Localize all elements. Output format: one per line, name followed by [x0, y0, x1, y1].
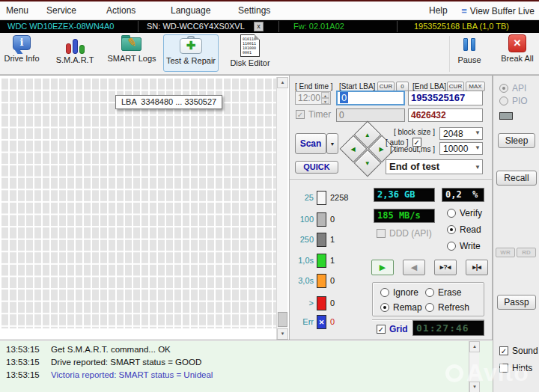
defect-action-group: Ignore Erase Remap Refresh — [372, 282, 484, 316]
view-buffer-live-label: View Buffer Live — [470, 6, 535, 16]
break-all-label: Break All — [497, 54, 538, 63]
victoria-app-window: Menu Service Actions Language Settings H… — [0, 0, 539, 392]
close-drive-button[interactable]: x — [254, 22, 264, 31]
back-icon: ◀ — [411, 263, 417, 272]
api-radio[interactable]: API — [499, 83, 526, 94]
smart-button[interactable]: S.M.A.R.T — [52, 34, 97, 72]
seek-question-button[interactable]: ▸?◂ — [434, 260, 457, 275]
menu-item-settings[interactable]: Settings — [238, 5, 270, 16]
smart-logs-button[interactable]: ✎ SMART Logs — [105, 34, 159, 72]
ddd-api-checkbox[interactable]: DDD (API) — [377, 228, 432, 239]
recall-button[interactable]: Recall — [496, 171, 537, 186]
log-vertical-scrollbar[interactable]: ▲ ▼ — [469, 341, 479, 392]
disk-editor-button[interactable]: 010110 110011 101000 0001 Disk Editor — [226, 34, 274, 72]
speed-display: 185 MB/s — [374, 209, 435, 223]
timeout-combo[interactable]: 10000▼ — [439, 142, 483, 155]
elapsed-time-display: 01:27:46 — [412, 320, 484, 336]
log-message: Get S.M.A.R.T. command... OK — [51, 345, 171, 354]
menu-item-actions[interactable]: Actions — [106, 5, 135, 16]
timer-checkbox[interactable]: ✓ Timer — [296, 109, 331, 120]
grid-label: Grid — [389, 324, 408, 334]
radio-icon — [499, 97, 508, 105]
refresh-label: Refresh — [438, 302, 469, 313]
test-repair-button[interactable]: ✚ Test & Repair — [163, 34, 219, 72]
action-radio-ignore[interactable]: Ignore — [380, 287, 418, 298]
scan-button[interactable]: Scan — [295, 133, 326, 154]
left-arrow-icon: ◀ — [351, 146, 356, 153]
play-forward-button[interactable]: ▶ — [371, 260, 394, 275]
mode-radio-read[interactable]: Read — [447, 224, 481, 235]
menu-item-menu[interactable]: Menu — [6, 5, 28, 16]
log-time: 13:53:15 — [6, 370, 40, 379]
drive-firmware: Fw: 02.01A02 — [293, 22, 344, 31]
verify-label: Verify — [460, 208, 482, 218]
log-time: 13:53:15 — [6, 358, 40, 367]
break-all-button[interactable]: ✕ Break All — [497, 34, 538, 72]
legend-row-100ms: 1000 — [291, 212, 372, 227]
log-pane: 13:53:15 Get S.M.A.R.T. command... OK 13… — [0, 340, 493, 392]
scroll-down-arrow-icon[interactable]: ▼ — [277, 328, 288, 340]
end-action-combo[interactable]: End of test▼ — [386, 159, 483, 174]
block-swatch — [317, 212, 326, 227]
sound-checkbox[interactable]: ✓ Sound — [499, 346, 538, 356]
test-tubes-icon — [64, 34, 86, 54]
read-label: Read — [460, 224, 481, 235]
block-size-label: [ block size ] — [368, 128, 435, 136]
action-radio-refresh[interactable]: Refresh — [425, 302, 469, 313]
scan-surface-grid[interactable] — [0, 77, 276, 328]
log-message: Drive reported: SMART status = GOOD — [51, 358, 201, 367]
grid-checkbox[interactable]: ✓ Grid — [377, 324, 408, 334]
red-x-icon: ✕ — [508, 34, 526, 52]
spin-up-icon[interactable]: ▲ — [321, 92, 329, 98]
write-label: Write — [460, 241, 481, 251]
sleep-button[interactable]: Sleep — [498, 133, 535, 148]
menu-item-language[interactable]: Language — [171, 5, 210, 16]
remaining-blocks-field: 4626432 — [408, 108, 483, 122]
api-label: API — [512, 83, 526, 94]
play-backward-button[interactable]: ◀ — [403, 260, 425, 275]
scroll-up-arrow-icon[interactable]: ▲ — [277, 77, 288, 88]
passp-button[interactable]: Passp — [497, 295, 536, 310]
quick-button[interactable]: QUICK — [295, 161, 338, 174]
scroll-down-arrow-icon[interactable]: ▼ — [469, 382, 480, 392]
drive-model: WDC WD10EZEX-08WN4A0 — [7, 22, 114, 31]
view-buffer-live-button[interactable]: ≡View Buffer Live — [461, 5, 535, 16]
legend-row-25ms: 252258 — [291, 191, 372, 206]
drive-info-button[interactable]: i Drive Info — [0, 34, 43, 72]
erase-label: Erase — [438, 287, 461, 298]
block-swatch — [317, 254, 326, 268]
legend-row-err: Err✕0 — [291, 315, 372, 330]
rd-button[interactable]: RD — [517, 248, 536, 257]
drive-capacity: 1953525168 LBA (1,0 TB) — [414, 22, 509, 31]
scan-dropdown-button[interactable]: ▼ — [326, 133, 338, 154]
end-time-spinner[interactable]: 12:00 ▲ ▼ — [295, 91, 331, 105]
spin-down-icon[interactable]: ▼ — [321, 98, 329, 104]
seek-end-button[interactable]: ▸|◂ — [466, 260, 488, 275]
menu-item-service[interactable]: Service — [46, 5, 76, 16]
test-repair-label: Test & Repair — [164, 56, 218, 65]
sound-label: Sound — [512, 346, 538, 356]
end-lba-label: [End LBA] — [412, 82, 446, 91]
block-size-combo[interactable]: 2048▼ — [439, 127, 483, 140]
error-block-swatch: ✕ — [317, 315, 326, 329]
map-scrollbar-thumb[interactable] — [278, 312, 287, 327]
map-vertical-scrollbar[interactable]: ▲ ▼ — [276, 77, 287, 340]
end-lba-input[interactable]: 1953525167 — [408, 91, 483, 105]
radio-icon — [380, 303, 389, 312]
divider — [278, 21, 279, 32]
pio-label: PIO — [512, 96, 528, 106]
pause-button[interactable]: Pause — [452, 34, 487, 72]
start-lba-input[interactable]: 0 — [336, 91, 405, 105]
pio-radio[interactable]: PIO — [499, 96, 528, 106]
scroll-up-arrow-icon[interactable]: ▲ — [469, 341, 480, 352]
action-radio-remap[interactable]: Remap — [380, 302, 422, 313]
action-radio-erase[interactable]: Erase — [425, 287, 461, 298]
mode-radio-write[interactable]: Write — [447, 241, 481, 251]
mode-radio-verify[interactable]: Verify — [447, 208, 482, 218]
menu-item-help[interactable]: Help — [429, 5, 448, 16]
hints-checkbox[interactable]: Hints — [499, 363, 532, 373]
radio-icon — [380, 288, 389, 297]
menu-bar: Menu Service Actions Language Settings H… — [0, 1, 539, 20]
radio-icon — [447, 209, 456, 218]
wr-button[interactable]: WR — [496, 248, 515, 257]
